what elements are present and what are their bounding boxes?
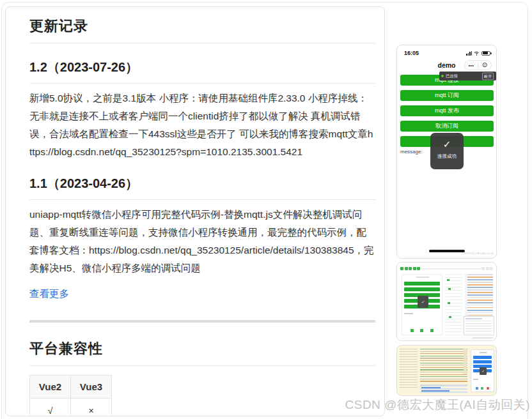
debug-connection-bar: 已连接 断开 [439,72,496,80]
view-more-link[interactable]: 查看更多 [29,287,69,301]
minimap [464,349,467,374]
csdn-watermark: CSDN @德宏大魔王(AI自动回关) [345,397,530,413]
wechat-capsule: ••• ⊙ [464,60,492,70]
tiny-watermark: CSDN @德宏大魔王(AI自动回关) [462,252,494,255]
mini-toast: ✓ [418,296,428,308]
plugin-detail-card: 更新记录 1.2（2023-07-26） 新增5.0协议，之前是3.1版本 小程… [5,6,385,416]
table-row: √ × [30,399,112,417]
changelog-body-1-2: 新增5.0协议，之前是3.1版本 小程序：请使用基础组件库2.33.0 小程序掉… [29,89,375,161]
file-tree-panel [400,349,418,388]
cell-vue3-support: × [71,399,112,417]
divider [29,365,375,366]
divider [29,43,375,43]
close-target-icon: ⊙ [478,61,491,70]
tiny-watermark-line [473,337,493,339]
connected-dot-icon [441,75,444,77]
table-header-row: Vue2 Vue3 [30,376,112,399]
devtools-screenshot-thumbnail[interactable]: ✓ [396,262,497,341]
mqtt-subscribe-button: mqtt 订阅 [400,90,494,101]
section-divider [29,320,375,323]
file-tree-panel [446,274,462,335]
success-toast: ✓ 连接成功 [430,133,464,169]
cell-vue2-support: √ [30,399,71,417]
compatibility-table: Vue2 Vue3 √ × [29,375,112,416]
status-time: 16:05 [404,50,419,56]
mini-toast: ✓ [480,367,487,375]
console-panel [464,316,494,335]
status-icons [466,51,490,56]
mqtt-unsubscribe-button: 取消订阅 [400,121,494,132]
header-vue2: Vue2 [30,376,71,399]
compatibility-title: 平台兼容性 [29,339,375,358]
console-panel [420,385,467,394]
version-heading-1-1: 1.1（2023-04-26） [29,175,375,192]
check-icon: ✓ [443,139,451,150]
message-label: message: [400,149,423,155]
devtools-simulator: ✓ [402,274,442,335]
divider [29,83,375,84]
next-image-edge [67,415,529,419]
mqtt-publish-button: mqtt 发布 [400,105,494,116]
version-heading-1-2: 1.2（2023-07-26） [29,59,375,76]
simulator-phone: ✓ [471,349,494,392]
wifi-icon [474,51,480,56]
more-icon: ••• [465,63,478,68]
tabbar-dots [471,387,494,390]
phone-status-bar: 16:05 [404,50,490,56]
debug-status-label: 已连接 [446,73,458,79]
home-indicator [429,250,465,252]
phone-screenshot-thumbnail[interactable]: 16:05 demo ••• ⊙ 已连接 断开 mqtt 连接 mqtt 订阅 … [396,45,497,259]
code-editor-panel [420,349,467,383]
divider [29,199,375,200]
changelog-title: 更新记录 [29,17,375,36]
tabbar-dots [402,329,442,332]
disconnect-button: 断开 [482,72,494,80]
hbuilder-screenshot-thumbnail[interactable]: ✓ [396,345,497,396]
battery-icon [481,51,490,56]
header-vue3: Vue3 [71,376,112,399]
signal-icon [466,51,472,56]
changelog-body-1-1: uniapp-mqtt转微信小程序可用完整代码示例-替换mqtt.js文件解决整… [29,206,375,277]
toast-text: 连接成功 [437,153,457,160]
devtools-toolbar [400,266,493,271]
